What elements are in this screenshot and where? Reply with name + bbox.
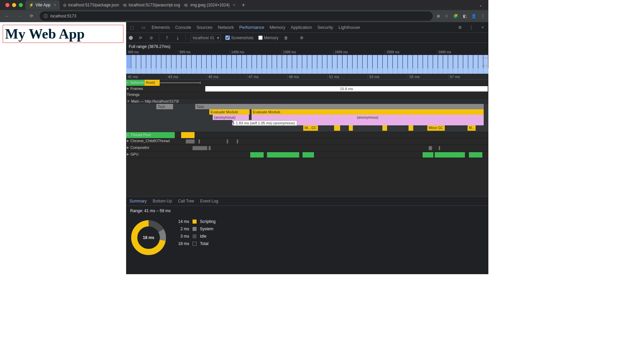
btab-bottom-up[interactable]: Bottom-Up [153,199,172,203]
tab-performance[interactable]: Performance [239,23,264,32]
overview-timeline[interactable]: 499 ms 999 ms 1499 ms 1999 ms 2499 ms 29… [126,50,488,74]
download-icon[interactable]: ⭳ [175,35,181,41]
url-field[interactable]: ⓘ localhost:5173 [40,11,433,21]
evaluate-module-bar[interactable]: Evaluate Module [209,109,250,115]
ruler-tick: 55 ms [408,74,448,79]
tab-package-json[interactable]: ◎ localhost:5173/package.json × [60,0,120,10]
minimize-window[interactable] [12,3,16,7]
minor-gc-bar[interactable] [382,125,387,131]
expand-icon[interactable]: ▶ [127,139,129,142]
tab-js-svg[interactable]: ◎ localhost:5173/javascript.svg × [120,0,180,10]
btab-call-tree[interactable]: Call Tree [178,199,194,203]
tab-application[interactable]: Application [291,23,312,32]
main-chart[interactable]: Task Task Evaluate Module Evaluate Modul… [126,104,488,132]
anonymous-bar[interactable]: (anonymous) [213,115,249,120]
expand-icon[interactable]: ▶ [127,146,129,149]
tab-img[interactable]: ◎ img.jpeg (1024×1024) × [180,0,239,10]
record-button[interactable] [129,36,133,40]
gpu-bar[interactable] [303,152,314,158]
gpu-bar[interactable] [435,152,465,158]
settings-icon[interactable]: ⚙ [299,35,305,41]
tab-list-chevron-icon[interactable]: ⌄ [476,3,486,7]
new-tab-button[interactable]: + [239,2,248,8]
overview-body[interactable]: CPU NET [126,55,488,68]
minor-gc-bar[interactable] [349,125,353,131]
evaluate-module-bar[interactable]: Evaluate Module [252,109,484,115]
screenshots-checkbox[interactable]: Screenshots [225,36,254,40]
compositor-chunk[interactable] [209,146,211,150]
minor-gc-bar[interactable]: Minor GC [427,125,445,131]
more-icon[interactable]: ⋮ [468,24,474,31]
minor-gc-bar[interactable]: M… [468,125,476,131]
memory-checkbox[interactable]: Memory [258,36,278,40]
io-chunk[interactable] [237,139,238,143]
gpu-bar[interactable] [423,152,433,158]
timings-track[interactable]: Timings [126,92,488,99]
close-tab-icon[interactable]: × [54,3,56,7]
maximize-window[interactable] [19,3,23,7]
tab-vite-app[interactable]: ⚡ Vite App × [25,0,60,10]
compositor-chunk[interactable] [429,146,432,150]
btab-event-log[interactable]: Event Log [200,199,218,203]
child-io-track[interactable]: ▶Chrome_ChildIOThread [126,138,488,145]
clear-icon[interactable]: ⊘ [148,35,154,41]
zoom-icon[interactable]: ⊕ [437,14,440,18]
expand-icon[interactable]: ▶ [127,153,129,156]
close-tab-icon[interactable]: × [233,3,235,7]
inspect-icon[interactable]: ⬚ [129,24,135,31]
extensions-icon[interactable]: 🧩 [453,14,458,18]
compositor-track[interactable]: ▶Compositor [126,145,488,152]
network-track[interactable]: ▶Networklhost) [126,80,488,86]
gc-icon[interactable]: 🗑 [283,35,289,41]
tab-network[interactable]: Network [218,23,234,32]
tab-security[interactable]: Security [317,23,333,32]
bookmark-icon[interactable]: ☆ [445,14,448,18]
gpu-track[interactable]: ▶GPU [126,152,488,158]
thread-pool-bar[interactable] [181,132,195,138]
tab-sources[interactable]: Sources [197,23,213,32]
site-info-icon[interactable]: ⓘ [44,13,48,19]
gpu-bar[interactable] [469,152,482,158]
sidepanel-icon[interactable]: ◧ [463,14,467,18]
btab-summary[interactable]: Summary [129,199,147,203]
reload-record-icon[interactable]: ⟳ [138,35,144,41]
thread-pool-track[interactable]: ▶Thread Pool [126,132,488,138]
compositor-chunk[interactable] [439,146,440,150]
tab-console[interactable]: Console [175,23,191,32]
gpu-bar[interactable] [250,152,264,158]
back-button[interactable]: ← [3,12,11,20]
menu-icon[interactable]: ⋮ [481,14,485,18]
tab-elements[interactable]: Elements [152,23,170,32]
io-chunk[interactable] [227,139,228,143]
expand-icon[interactable]: ▶ [127,133,129,136]
task-bar[interactable]: Task [156,104,173,109]
minor-gc-bar[interactable]: Mi…GC [303,125,318,131]
tab-memory[interactable]: Memory [270,23,285,32]
frames-track[interactable]: ▶Frames 15.8 ms [126,86,488,92]
profile-icon[interactable]: 👤 [471,14,476,18]
gpu-bar[interactable] [267,152,299,158]
compositor-chunk[interactable] [193,146,207,150]
reload-button[interactable]: ⟳ [28,12,36,20]
gear-icon[interactable]: ⚙ [457,24,463,31]
minor-gc-bar[interactable] [409,125,413,131]
io-chunk[interactable] [199,139,200,143]
main-track[interactable]: ▼Main — http://localhost:5173/ Task Task… [126,99,488,132]
io-chunk[interactable] [186,139,195,143]
upload-icon[interactable]: ⭱ [164,35,170,41]
close-window[interactable] [5,3,9,7]
forward-button[interactable]: → [15,12,23,20]
task-bar[interactable]: Task [195,104,484,109]
profile-select[interactable]: localhost #1 [191,35,221,41]
device-toggle-icon[interactable]: ▭ [140,24,146,31]
collapse-icon[interactable]: ▼ [127,100,130,103]
flame-chart[interactable]: ▶Networklhost) ▶Frames 15.8 ms Timings ▼… [126,80,488,196]
close-icon[interactable]: × [480,24,486,31]
expand-icon[interactable]: ▶ [127,87,129,90]
overview-selection[interactable] [127,55,130,68]
anonymous-bar[interactable]: (anonymous) [252,115,484,120]
minor-gc-bar[interactable] [334,125,340,131]
tab-lighthouse[interactable]: Lighthouse [338,23,360,32]
expand-icon[interactable]: ▶ [127,81,129,84]
frame-bar[interactable]: 15.8 ms [205,86,488,92]
